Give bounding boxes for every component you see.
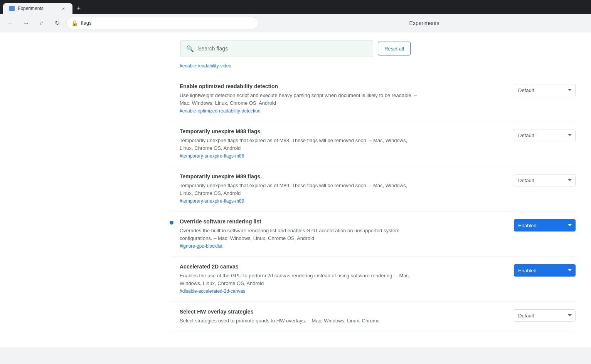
flag-anchor-link[interactable]: #enable-optimized-readability-detection: [180, 108, 260, 114]
flag-item: Enable optimized readability detection U…: [170, 76, 576, 121]
back-button[interactable]: ←: [5, 17, 17, 29]
search-input[interactable]: [198, 45, 367, 52]
flag-select-default[interactable]: Default Enabled Disabled: [514, 84, 576, 96]
address-bar[interactable]: 🔒 flags: [66, 17, 259, 29]
flag-control: Enabled Default Disabled: [514, 219, 576, 231]
address-text: flags: [81, 20, 91, 26]
home-icon: ⌂: [40, 20, 44, 27]
flag-anchor-link[interactable]: #temporary-unexpire-flags-m89: [180, 198, 244, 204]
flag-select-enabled[interactable]: Enabled Default Disabled: [514, 264, 576, 277]
flag-no-indicator: [170, 62, 173, 65]
flag-item: Temporarily unexpire M88 flags. Temporar…: [170, 121, 576, 166]
flag-item: #enable-readability-video: [170, 62, 576, 76]
home-button[interactable]: ⌂: [35, 17, 48, 29]
flag-anchor-link[interactable]: #temporary-unexpire-flags-m88: [180, 153, 244, 159]
flag-item-enabled: Override software rendering list Overrid…: [170, 211, 576, 257]
flag-description: Select strategies used to promote quads …: [180, 317, 419, 325]
flag-anchor-link[interactable]: #disable-accelerated-2d-canvas: [180, 289, 245, 294]
tab-favicon: [9, 6, 15, 11]
tab-title: Experiments: [18, 6, 57, 11]
flag-content: Override software rendering list Overrid…: [180, 218, 508, 249]
flag-no-indicator: [170, 128, 173, 132]
search-bar-container: 🔍: [180, 40, 373, 57]
lock-icon: 🔒: [71, 20, 78, 26]
main-content: 🔍 Reset all #enable-readability-video En…: [0, 32, 591, 347]
flag-description: Use lightweight detection script and exe…: [180, 92, 419, 107]
flag-select-default[interactable]: Default Enabled Disabled: [514, 174, 576, 186]
flag-description: Enables the use of the GPU to perform 2d…: [180, 272, 419, 287]
flags-container: #enable-readability-video Enable optimiz…: [0, 62, 591, 347]
browser-titlebar: Experiments ✕ +: [0, 0, 591, 14]
reload-button[interactable]: ↻: [51, 17, 63, 29]
flag-no-indicator: [170, 309, 173, 312]
new-tab-button[interactable]: +: [74, 4, 83, 13]
flag-content: Accelerated 2D canvas Enables the use of…: [180, 263, 508, 294]
search-bar-wrapper: 🔍 Reset all: [0, 32, 591, 62]
flag-title: Temporarily unexpire M88 flags.: [180, 128, 508, 134]
flag-title: Override software rendering list: [180, 218, 508, 225]
flag-title: Temporarily unexpire M89 flags.: [180, 173, 508, 179]
flag-no-indicator: [170, 83, 173, 87]
active-tab[interactable]: Experiments ✕: [3, 3, 72, 14]
flag-control: Default Enabled Disabled: [514, 129, 576, 141]
flag-item-enabled: Accelerated 2D canvas Enables the use of…: [170, 257, 576, 302]
flag-content: Temporarily unexpire M88 flags. Temporar…: [180, 128, 508, 159]
flag-description: Temporarily unexpire flags that expired …: [180, 137, 419, 152]
page-title: Experiments: [262, 20, 586, 26]
forward-icon: →: [23, 20, 29, 27]
flag-title: Select HW overlay strategies: [180, 309, 508, 315]
flag-anchor-link[interactable]: #enable-readability-video: [180, 63, 231, 69]
flag-content: Temporarily unexpire M89 flags. Temporar…: [180, 173, 508, 204]
flag-select-enabled[interactable]: Enabled Default Disabled: [514, 219, 576, 231]
flag-title: Enable optimized readability detection: [180, 83, 508, 89]
flag-content: Enable optimized readability detection U…: [180, 83, 508, 114]
flag-description: Overrides the built-in software renderin…: [180, 227, 419, 242]
flag-no-indicator: [170, 173, 173, 177]
flag-control: Default Enabled Disabled: [514, 174, 576, 186]
flag-select-default[interactable]: Default Enabled Disabled: [514, 129, 576, 141]
navigation-bar: ← → ⌂ ↻ 🔒 flags Experiments: [0, 14, 591, 32]
flag-anchor-link[interactable]: #ignore-gpu-blocklist: [180, 243, 222, 249]
back-icon: ←: [8, 20, 14, 27]
tab-close-button[interactable]: ✕: [60, 5, 66, 12]
flag-control: Default Enabled Disabled: [514, 309, 576, 322]
flag-content: #enable-readability-video: [180, 62, 576, 69]
flag-description: Temporarily unexpire flags that expired …: [180, 182, 419, 197]
flag-title: Accelerated 2D canvas: [180, 263, 508, 270]
flag-content: Select HW overlay strategies Select stra…: [180, 309, 508, 325]
reload-icon: ↻: [55, 19, 60, 27]
flag-control: Enabled Default Disabled: [514, 264, 576, 277]
tab-strip: Experiments ✕ +: [3, 0, 83, 14]
reset-all-button[interactable]: Reset all: [378, 42, 411, 55]
flag-enabled-indicator: [170, 221, 173, 225]
flag-no-indicator: [170, 263, 173, 267]
flag-item: Temporarily unexpire M89 flags. Temporar…: [170, 166, 576, 211]
flag-select-default[interactable]: Default Enabled Disabled: [514, 309, 576, 322]
search-icon: 🔍: [186, 45, 194, 52]
flag-item: Select HW overlay strategies Select stra…: [170, 302, 576, 332]
forward-button[interactable]: →: [20, 17, 32, 29]
flag-control: Default Enabled Disabled: [514, 84, 576, 96]
